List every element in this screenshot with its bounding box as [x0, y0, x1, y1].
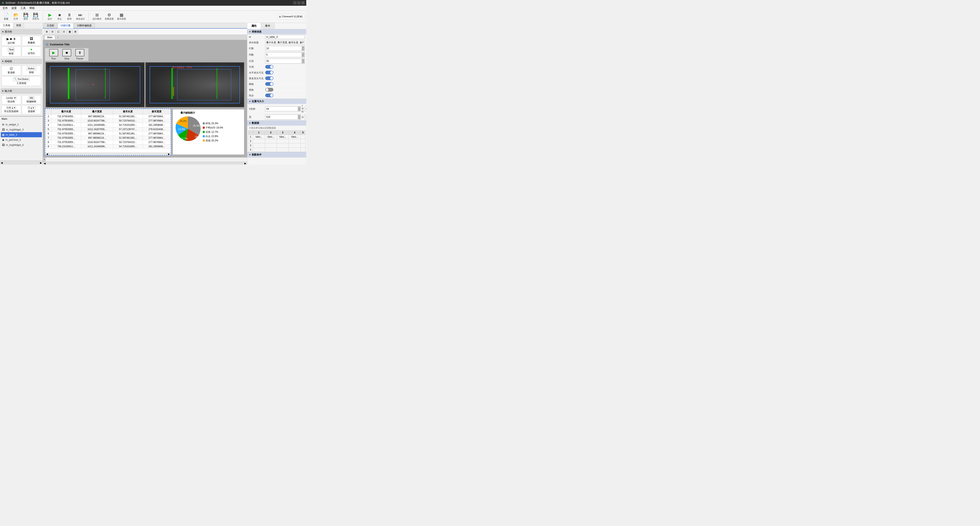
table-cell-8-4[interactable]: 277.8876964... [143, 140, 170, 144]
table-cell-6-4[interactable]: 277.8876964... [143, 132, 170, 136]
dispset-button[interactable]: ▦ 显示设置 [116, 12, 127, 21]
tab-toolbox[interactable]: 工具箱 [0, 23, 13, 28]
close-button[interactable]: ✕ [301, 1, 305, 5]
canvas-stop-button[interactable]: ■ Stop [62, 49, 71, 60]
data-table-scroll[interactable]: 叠片长度 叠片宽度 极耳长度 极耳宽度 2731.97553055...997.… [45, 109, 171, 153]
maximize-button[interactable]: □ [297, 1, 301, 5]
table-cell-5-2[interactable]: 1012.16207555... [81, 127, 113, 132]
table-cell-3-1[interactable]: 731.97553055... [51, 119, 81, 123]
menu-help[interactable]: 帮助 [28, 6, 37, 10]
ds-r3-c4[interactable] [289, 143, 301, 148]
table-cell-3-3[interactable]: 50.723764310... [113, 119, 143, 123]
table-cell-9-1[interactable]: 730.23105911... [51, 144, 81, 149]
table-cell-7-1[interactable]: 731.97553055... [51, 136, 81, 140]
tab-ui-script[interactable]: UI脚本编辑器 [74, 23, 95, 28]
table-cell-6-1[interactable]: 731.97553055... [51, 132, 81, 136]
layer-m-piechart-5[interactable]: ◉ m_pieChart_5 [1, 137, 42, 142]
h-spin[interactable]: ▲ ▼ [305, 115, 306, 120]
table-cell-5-3[interactable]: 57.237129747... [113, 127, 143, 132]
table-cell-8-2[interactable]: 1010.60247788... [81, 140, 113, 144]
window-controls[interactable]: ─ □ ✕ [293, 1, 305, 5]
rowheight-spin[interactable]: ▲ ▼ [265, 59, 305, 64]
ui-tool-4[interactable]: ⊡ [61, 29, 67, 34]
ds-r4-c4[interactable] [289, 148, 301, 152]
tab-main-flow[interactable]: 主流程 [44, 23, 57, 28]
table-info-header[interactable]: ▼ 表格信息 [247, 29, 306, 34]
table-cell-2-3[interactable]: 51.597461381... [113, 115, 143, 119]
rowheight-input[interactable] [266, 59, 302, 63]
ds-r4-c1[interactable] [253, 148, 265, 152]
table-cell-4-1[interactable]: 730.23105911... [51, 123, 81, 127]
prop-header-input[interactable] [265, 40, 305, 45]
layer-m-widget-2[interactable]: ⊞ m_widget_2 [1, 122, 42, 127]
table-cell-3-2[interactable]: 1010.60247788... [81, 119, 113, 123]
h-input[interactable] [305, 115, 306, 119]
rows-input[interactable] [266, 46, 302, 50]
ui-tool-3[interactable]: ◫ [56, 29, 61, 34]
layer-m-imgwidget-6[interactable]: 🖼 m_imgWidget_6 [1, 142, 42, 147]
ds-r4-c3[interactable] [277, 148, 288, 152]
layer-m-imgwidget-3[interactable]: 🖼 m_imgWidget_3 [1, 127, 42, 132]
ds-r3-c2[interactable] [265, 143, 277, 148]
table-cell-5-4[interactable]: 278.6152438... [143, 127, 170, 132]
x-input[interactable] [266, 107, 298, 111]
ds-r4-c2[interactable] [265, 148, 277, 152]
canvas-hscroll[interactable]: ◀ ▶ [43, 162, 247, 165]
ds-r1-c3[interactable]: Vars... [277, 135, 288, 139]
rowheight-spin-down[interactable]: ▼ [302, 61, 304, 63]
widget-signal-light[interactable]: ● 信号灯 [22, 46, 41, 56]
hheader-toggle[interactable] [265, 71, 274, 74]
language-selector[interactable]: A Chinese|中文(简体) [277, 14, 305, 19]
rows-spin[interactable]: ▲ ▼ [265, 46, 305, 51]
ds-r2-c4[interactable] [289, 139, 301, 143]
pause-button[interactable]: ⏸ 暂停 [65, 12, 74, 21]
widget-run-frame[interactable]: ▶ ■ ⏸ 运行框 [2, 36, 21, 46]
rows-spin-down[interactable]: ▼ [302, 48, 304, 51]
widget-combo[interactable]: combo ▼ 组合框 [2, 95, 21, 104]
table-cell-7-2[interactable]: 997.98596219... [81, 136, 113, 140]
prop-id-input[interactable] [265, 35, 305, 39]
datasource-header[interactable]: ▼ 数据源 [247, 121, 306, 126]
col-header-tab-length[interactable]: 极耳长度 [113, 109, 143, 115]
ds-r3-c5[interactable] [301, 143, 305, 148]
input-section-header[interactable]: ▼ 输入框 [1, 88, 42, 94]
col-header-length[interactable]: 叠片长度 [51, 109, 81, 115]
sidebar-scrollbar[interactable]: ◀ ▶ [0, 161, 43, 165]
table-cell-5-1[interactable]: 731.97553055... [51, 127, 81, 132]
widget-float-spin[interactable]: 0.00 ▲▼ 浮点型选值框 [2, 105, 21, 114]
right-tab-events[interactable]: 事件 [261, 23, 275, 29]
right-tab-properties[interactable]: 属性 [247, 23, 261, 29]
cols-input[interactable] [266, 53, 302, 57]
table-cell-8-1[interactable]: 731.97553055... [51, 140, 81, 144]
table-cell-9-3[interactable]: 54.715331855... [113, 144, 143, 149]
hscroll-right[interactable]: ▶ [168, 153, 170, 155]
open-button[interactable]: 📂 打开 [11, 12, 21, 21]
w-input[interactable] [266, 115, 298, 119]
table-cell-2-2[interactable]: 997.98596219... [81, 115, 113, 119]
widget-lineedit[interactable]: AB| 线编辑框 [22, 95, 41, 104]
widget-image-frame[interactable]: 🖼 图像框 [22, 36, 41, 46]
ds-r1-c5[interactable] [301, 135, 305, 139]
scroll-up-icon[interactable]: ▲ [43, 158, 46, 160]
scroll-right-icon[interactable]: ▶ [40, 161, 42, 164]
table-cell-7-4[interactable]: 277.8876964... [143, 136, 170, 140]
ui-tool-2[interactable]: ⊟ [50, 29, 55, 34]
widget-button[interactable]: Button 按钮 [22, 65, 41, 75]
position-header[interactable]: ▼ 位置与大小 [247, 99, 306, 104]
ds-r3-c3[interactable] [277, 143, 288, 148]
canvas-add-tab[interactable]: + [56, 35, 60, 40]
save-button[interactable]: 💾 保存 [21, 12, 30, 21]
ds-r2-c1[interactable] [253, 139, 265, 143]
col-header-tab-width[interactable]: 极耳宽度 [143, 109, 170, 115]
w-spin[interactable]: ▲ ▼ [265, 115, 301, 120]
grid-toggle[interactable] [265, 82, 274, 86]
cols-spin-up[interactable]: ▲ [302, 53, 304, 55]
sync-toggle[interactable] [265, 94, 274, 97]
refresh-header[interactable]: ▼ 刷新条件 [247, 152, 306, 157]
canvas-run-button[interactable]: ▶ Run [49, 49, 58, 60]
table-cell-2-1[interactable]: 731.97553055... [51, 115, 81, 119]
tab-ui-designer[interactable]: UI设计器 [57, 23, 73, 29]
canvas-move-icon[interactable]: ⊕ [46, 43, 48, 46]
table-cell-6-2[interactable]: 997.98596219... [81, 132, 113, 136]
ds-r3-c1[interactable] [253, 143, 265, 148]
